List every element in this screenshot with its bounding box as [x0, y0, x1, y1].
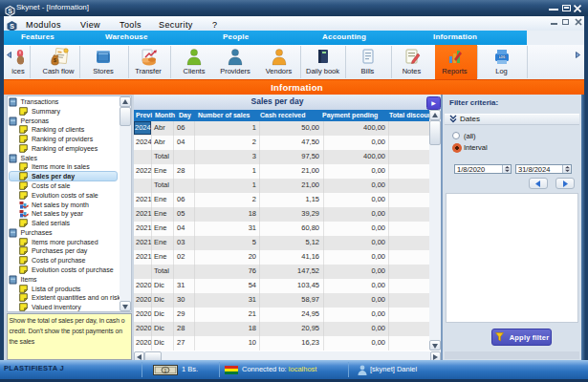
svg-text:1: 1: [164, 368, 167, 373]
svg-text:LOG: LOG: [498, 55, 505, 59]
svg-text:S: S: [10, 23, 14, 30]
svg-text:S: S: [8, 8, 12, 14]
